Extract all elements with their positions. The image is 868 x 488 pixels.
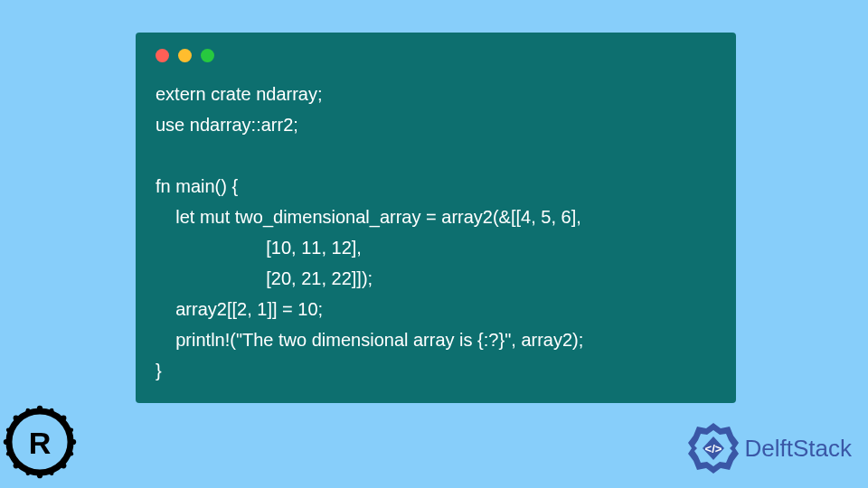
window-minimize-icon bbox=[178, 49, 192, 62]
svg-point-4 bbox=[71, 439, 76, 445]
delftstack-brand-text: DelftStack bbox=[745, 435, 853, 463]
code-block-container: extern crate ndarray; use ndarray::arr2;… bbox=[136, 33, 736, 403]
code-line: } bbox=[156, 361, 162, 380]
code-line: fn main() { bbox=[156, 176, 238, 196]
svg-point-2 bbox=[37, 473, 42, 478]
svg-point-11 bbox=[26, 471, 31, 475]
svg-point-3 bbox=[4, 439, 9, 445]
window-close-icon bbox=[156, 49, 169, 62]
svg-point-16 bbox=[69, 452, 73, 456]
svg-point-7 bbox=[14, 463, 19, 468]
svg-point-8 bbox=[61, 463, 66, 468]
code-content: extern crate ndarray; use ndarray::arr2;… bbox=[156, 79, 716, 386]
window-controls bbox=[156, 49, 716, 62]
code-line: let mut two_dimensional_array = array2(&… bbox=[156, 207, 581, 227]
svg-point-12 bbox=[50, 471, 54, 475]
svg-point-6 bbox=[61, 416, 66, 421]
code-line: array2[[2, 1]] = 10; bbox=[156, 299, 323, 319]
delftstack-logo: </> DelftStack bbox=[686, 421, 853, 475]
rust-logo-icon: R bbox=[3, 405, 77, 479]
code-line: [20, 21, 22]]); bbox=[156, 268, 373, 288]
svg-point-9 bbox=[26, 408, 31, 413]
delftstack-icon: </> bbox=[686, 421, 741, 475]
svg-point-14 bbox=[6, 452, 11, 456]
svg-text:R: R bbox=[29, 426, 52, 460]
svg-point-10 bbox=[50, 408, 54, 413]
code-line: [10, 11, 12], bbox=[156, 238, 362, 258]
code-line: println!("The two dimensional array is {… bbox=[156, 330, 583, 350]
svg-text:</>: </> bbox=[704, 442, 722, 455]
code-line: use ndarray::arr2; bbox=[156, 115, 298, 135]
code-line: extern crate ndarray; bbox=[156, 84, 323, 104]
svg-point-5 bbox=[14, 416, 19, 421]
svg-point-1 bbox=[37, 406, 42, 411]
svg-point-15 bbox=[69, 428, 73, 433]
window-maximize-icon bbox=[201, 49, 214, 62]
svg-point-13 bbox=[6, 428, 11, 433]
